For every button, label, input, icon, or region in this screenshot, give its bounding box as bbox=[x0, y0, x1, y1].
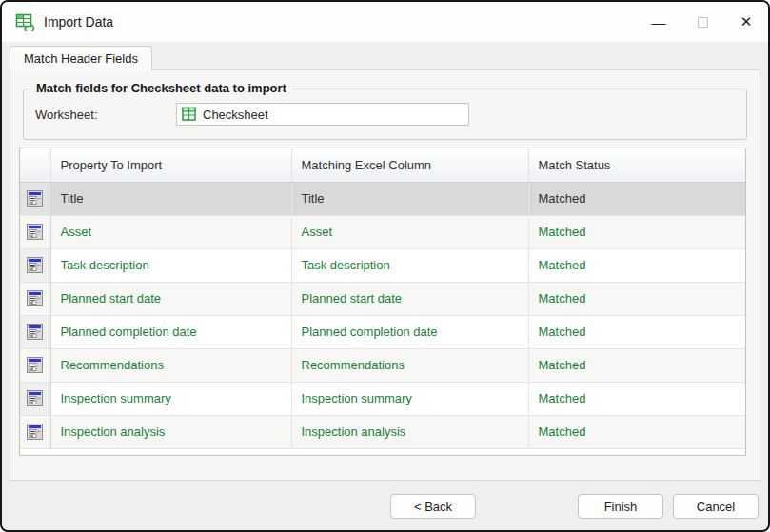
worksheet-label: Worksheet: bbox=[35, 108, 176, 122]
cell-property: Recommendations bbox=[50, 348, 291, 382]
cell-excel-column: Task description bbox=[291, 248, 528, 282]
worksheet-table-icon bbox=[182, 107, 197, 122]
property-form-icon bbox=[27, 324, 43, 340]
cancel-button[interactable]: Cancel bbox=[673, 494, 759, 519]
worksheet-field[interactable]: Checksheet bbox=[176, 103, 469, 126]
tab-strip: Match Header Fields bbox=[10, 46, 760, 70]
column-header-match-status[interactable]: Match Status bbox=[528, 148, 745, 182]
table-header-row: Property To Import Matching Excel Column… bbox=[20, 148, 745, 182]
table-row[interactable]: Inspection summary Inspection summary Ma… bbox=[20, 382, 745, 415]
table-row[interactable]: Asset Asset Matched bbox=[20, 215, 745, 248]
cell-status: Matched bbox=[528, 282, 745, 315]
row-icon-cell bbox=[20, 182, 50, 215]
titlebar: Import Data — ✕ bbox=[2, 2, 768, 42]
cell-property: Task description bbox=[50, 248, 291, 282]
cell-status: Matched bbox=[528, 415, 745, 448]
row-icon-cell bbox=[20, 282, 50, 315]
table-row[interactable]: Planned start date Planned start date Ma… bbox=[20, 282, 745, 315]
import-data-dialog: Import Data — ✕ Match Header Fields Matc… bbox=[0, 0, 770, 532]
cell-status: Matched bbox=[528, 182, 745, 215]
cell-status: Matched bbox=[528, 215, 745, 248]
tab-match-header-fields[interactable]: Match Header Fields bbox=[10, 46, 152, 70]
column-header-excel-column[interactable]: Matching Excel Column bbox=[291, 148, 528, 182]
table-row[interactable]: Recommendations Recommendations Matched bbox=[20, 348, 745, 382]
cell-excel-column: Title bbox=[291, 182, 528, 215]
cell-status: Matched bbox=[528, 248, 745, 282]
window-controls: — ✕ bbox=[637, 2, 768, 42]
column-header-icon[interactable] bbox=[20, 148, 50, 182]
property-form-icon bbox=[27, 190, 43, 207]
row-icon-cell bbox=[20, 415, 50, 448]
row-icon-cell bbox=[20, 315, 50, 348]
table-row[interactable]: Planned completion date Planned completi… bbox=[20, 315, 745, 348]
cell-excel-column: Planned start date bbox=[291, 282, 528, 315]
column-header-property[interactable]: Property To Import bbox=[50, 148, 291, 182]
cell-excel-column: Inspection summary bbox=[291, 382, 528, 415]
row-icon-cell bbox=[20, 382, 50, 415]
match-table: Property To Import Matching Excel Column… bbox=[19, 148, 746, 456]
cell-property: Planned completion date bbox=[50, 315, 291, 348]
cell-excel-column: Inspection analysis bbox=[291, 415, 528, 448]
maximize-button[interactable] bbox=[681, 2, 724, 42]
row-icon-cell bbox=[20, 248, 50, 282]
row-icon-cell bbox=[20, 215, 50, 248]
window-title: Import Data bbox=[44, 14, 113, 30]
property-form-icon bbox=[27, 390, 43, 406]
match-fields-groupbox: Match fields for Checksheet data to impo… bbox=[23, 89, 747, 140]
worksheet-value: Checksheet bbox=[203, 108, 268, 122]
cell-excel-column: Recommendations bbox=[291, 348, 528, 382]
minimize-button[interactable]: — bbox=[637, 2, 681, 42]
back-button[interactable]: < Back bbox=[390, 494, 476, 519]
import-spreadsheet-icon bbox=[15, 12, 34, 31]
cell-property: Planned start date bbox=[50, 282, 291, 315]
property-form-icon bbox=[27, 257, 43, 273]
table-row[interactable]: Title Title Matched bbox=[20, 182, 745, 215]
close-button[interactable]: ✕ bbox=[724, 2, 768, 42]
cell-property: Inspection summary bbox=[50, 382, 291, 415]
maximize-square-icon bbox=[698, 17, 708, 28]
finish-button[interactable]: Finish bbox=[578, 494, 663, 519]
groupbox-title: Match fields for Checksheet data to impo… bbox=[31, 81, 291, 95]
cell-status: Matched bbox=[528, 348, 745, 382]
cell-property: Title bbox=[50, 182, 291, 215]
property-form-icon bbox=[27, 357, 43, 373]
cell-excel-column: Asset bbox=[291, 215, 528, 248]
row-icon-cell bbox=[20, 348, 50, 382]
footer: < Back Finish Cancel bbox=[10, 481, 760, 532]
cell-status: Matched bbox=[528, 382, 745, 415]
property-form-icon bbox=[27, 290, 43, 306]
table-row[interactable]: Task description Task description Matche… bbox=[20, 248, 745, 282]
match-header-fields-page: Match fields for Checksheet data to impo… bbox=[10, 69, 760, 481]
cell-property: Inspection analysis bbox=[50, 415, 291, 448]
dialog-content: Match Header Fields Match fields for Che… bbox=[2, 42, 768, 532]
match-table-body: Title Title Matched Asset Asset Matched bbox=[20, 182, 745, 448]
worksheet-row: Worksheet: Checksheet bbox=[24, 89, 746, 139]
cell-status: Matched bbox=[528, 315, 745, 348]
property-form-icon bbox=[27, 424, 43, 440]
cell-property: Asset bbox=[50, 215, 291, 248]
property-form-icon bbox=[27, 224, 43, 240]
table-row[interactable]: Inspection analysis Inspection analysis … bbox=[20, 415, 745, 448]
cell-excel-column: Planned completion date bbox=[291, 315, 528, 348]
